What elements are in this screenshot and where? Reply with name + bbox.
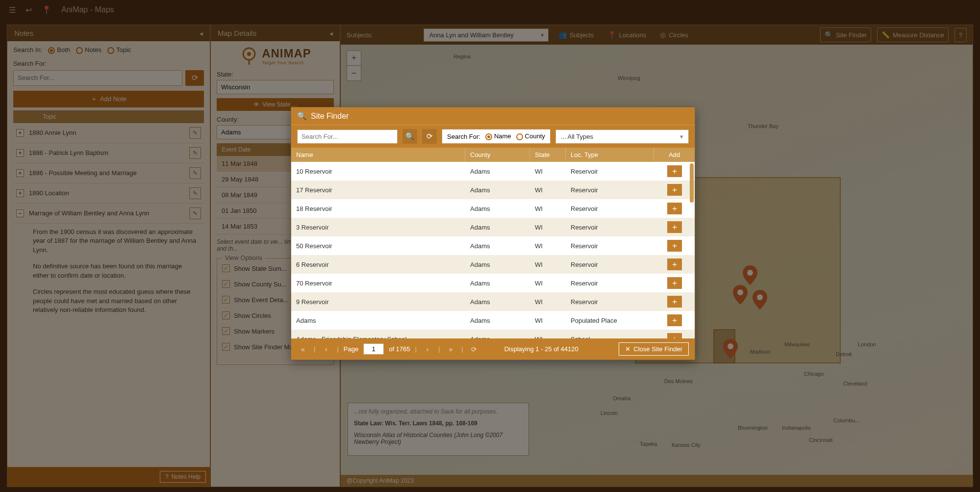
displaying-text: Displaying 1 - 25 of 44120: [504, 345, 578, 353]
cell-name: 70 Reservoir: [291, 276, 465, 290]
table-row[interactable]: 50 ReservoirAdamsWIReservoir＋: [291, 236, 695, 255]
cell-state: WI: [530, 313, 566, 328]
cell-state: WI: [530, 183, 566, 197]
col-add: Add: [654, 148, 695, 162]
cell-county: Adams: [465, 164, 530, 179]
page-last-button[interactable]: »: [445, 343, 456, 355]
add-site-button[interactable]: ＋: [667, 333, 682, 338]
site-finder-toolbar: 🔍 ⟳ Search For: Name County ... All Type…: [291, 125, 695, 148]
cell-name: 3 Reservoir: [291, 220, 465, 234]
table-row[interactable]: 70 ReservoirAdamsWIReservoir＋: [291, 274, 695, 292]
cell-county: Adams: [465, 202, 530, 216]
page-refresh-button[interactable]: ⟳: [468, 343, 480, 355]
cell-state: WI: [530, 239, 566, 253]
col-county[interactable]: County: [465, 148, 530, 162]
radio-county[interactable]: County: [516, 132, 545, 140]
cell-state: WI: [530, 332, 566, 339]
site-finder-type-select[interactable]: ... All Types: [555, 129, 689, 144]
table-header: Name County State Loc. Type Add: [291, 148, 695, 162]
site-finder-table: Name County State Loc. Type Add 10 Reser…: [291, 148, 695, 338]
cell-type: Reservoir: [566, 164, 654, 179]
add-site-button[interactable]: ＋: [667, 165, 682, 177]
table-row[interactable]: 6 ReservoirAdamsWIReservoir＋: [291, 255, 695, 274]
cell-type: Reservoir: [566, 276, 654, 290]
cell-type: Reservoir: [566, 258, 654, 272]
cell-state: WI: [530, 220, 566, 234]
cell-name: Adams: [291, 313, 465, 328]
cell-state: WI: [530, 276, 566, 290]
search-icon: 🔍: [297, 111, 307, 121]
cell-state: WI: [530, 164, 566, 179]
col-state[interactable]: State: [530, 148, 566, 162]
site-finder-search-input[interactable]: [297, 129, 398, 144]
site-finder-search-for: Search For: Name County: [442, 129, 551, 144]
cell-type: Reservoir: [566, 295, 654, 309]
table-row[interactable]: AdamsAdamsWIPopulated Place＋: [291, 311, 695, 330]
cell-type: Reservoir: [566, 239, 654, 253]
page-prev-button[interactable]: ‹: [320, 343, 332, 355]
table-row[interactable]: 18 ReservoirAdamsWIReservoir＋: [291, 199, 695, 218]
close-site-finder-button[interactable]: ✕Close Site Finder: [619, 342, 689, 356]
cell-county: Adams: [465, 220, 530, 234]
site-finder-footer: « | ‹ | Page of 1765 | › | » | ⟳ Display…: [291, 338, 695, 360]
add-site-button[interactable]: ＋: [667, 259, 682, 270]
cell-county: Adams: [465, 295, 530, 309]
cell-type: School: [566, 332, 654, 339]
cell-county: Adams: [465, 239, 530, 253]
cell-county: Adams: [465, 332, 530, 339]
table-row[interactable]: Adams - Friendship Elementary SchoolAdam…: [291, 330, 695, 338]
close-icon: ✕: [625, 345, 630, 353]
page-next-button[interactable]: ›: [422, 343, 433, 355]
radio-name[interactable]: Name: [485, 132, 511, 140]
site-finder-search-button[interactable]: 🔍: [402, 129, 417, 144]
site-finder-refresh-button[interactable]: ⟳: [422, 129, 437, 144]
cell-name: 10 Reservoir: [291, 164, 465, 179]
col-loc-type[interactable]: Loc. Type: [566, 148, 654, 162]
page-input[interactable]: [363, 343, 384, 355]
cell-county: Adams: [465, 276, 530, 290]
cell-type: Reservoir: [566, 220, 654, 234]
add-site-button[interactable]: ＋: [667, 277, 682, 289]
add-site-button[interactable]: ＋: [667, 240, 682, 252]
scrollbar[interactable]: [690, 163, 694, 203]
col-name[interactable]: Name: [291, 148, 465, 162]
table-row[interactable]: 17 ReservoirAdamsWIReservoir＋: [291, 181, 695, 199]
table-row[interactable]: 10 ReservoirAdamsWIReservoir＋: [291, 162, 695, 181]
add-site-button[interactable]: ＋: [667, 296, 682, 308]
cell-name: 9 Reservoir: [291, 295, 465, 309]
site-finder-title: Site Finder: [311, 112, 349, 121]
cell-type: Populated Place: [566, 313, 654, 328]
cell-state: WI: [530, 295, 566, 309]
cell-state: WI: [530, 258, 566, 272]
cell-name: 50 Reservoir: [291, 239, 465, 253]
cell-county: Adams: [465, 183, 530, 197]
cell-name: 6 Reservoir: [291, 258, 465, 272]
site-finder-modal: 🔍 Site Finder 🔍 ⟳ Search For: Name Count…: [291, 107, 695, 360]
cell-name: 18 Reservoir: [291, 202, 465, 216]
cell-name: 17 Reservoir: [291, 183, 465, 197]
add-site-button[interactable]: ＋: [667, 203, 682, 214]
cell-type: Reservoir: [566, 183, 654, 197]
page-label: Page: [344, 345, 358, 353]
page-first-button[interactable]: «: [297, 343, 309, 355]
cell-name: Adams - Friendship Elementary School: [291, 332, 465, 339]
cell-county: Adams: [465, 258, 530, 272]
add-site-button[interactable]: ＋: [667, 314, 682, 326]
table-row[interactable]: 9 ReservoirAdamsWIReservoir＋: [291, 292, 695, 311]
table-row[interactable]: 3 ReservoirAdamsWIReservoir＋: [291, 218, 695, 236]
cell-county: Adams: [465, 313, 530, 328]
cell-state: WI: [530, 202, 566, 216]
cell-type: Reservoir: [566, 202, 654, 216]
add-site-button[interactable]: ＋: [667, 221, 682, 233]
page-of: of 1765: [389, 345, 410, 353]
site-finder-header: 🔍 Site Finder: [291, 107, 695, 125]
add-site-button[interactable]: ＋: [667, 184, 682, 196]
